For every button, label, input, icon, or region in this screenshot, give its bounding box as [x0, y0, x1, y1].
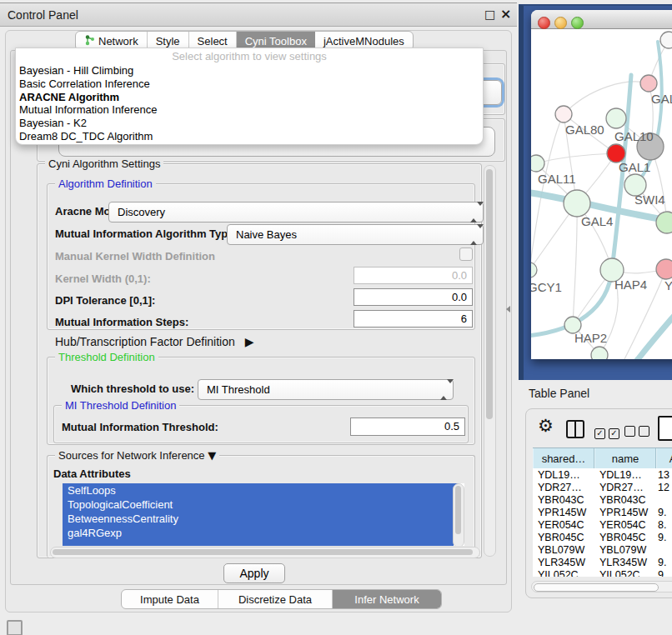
node[interactable] — [555, 106, 572, 122]
window-minimize-icon[interactable] — [554, 17, 567, 29]
node[interactable] — [656, 259, 672, 279]
node[interactable] — [640, 75, 657, 92]
data-attributes-list[interactable]: SelfLoopsTopologicalCoefficientBetweenne… — [63, 483, 464, 546]
mi-type-label: Mutual Information Algorithm Type: — [55, 228, 238, 240]
cyni-settings-title: Cyni Algorithm Settings — [45, 158, 163, 170]
data-attribute-item[interactable]: gal4RGexp — [63, 526, 459, 540]
node[interactable] — [564, 190, 590, 217]
docked-panel-icon[interactable] — [7, 620, 23, 635]
settings-hscrollbar-thumb[interactable] — [53, 549, 473, 555]
which-threshold-label: Which threshold to use: — [71, 382, 194, 395]
which-threshold-select[interactable]: MI Threshold — [198, 379, 454, 400]
kernel-width-field[interactable]: 0.0 — [354, 267, 473, 284]
tab-impute-data[interactable]: Impute Data — [122, 590, 218, 608]
manual-kernel-checkbox[interactable] — [459, 248, 473, 261]
network-window[interactable]: GALGAL80GAL10GAL1GAL11SWI4GAL4GCY1HAP4YH… — [531, 10, 672, 359]
algorithm-option[interactable]: Bayesian - K2 — [16, 117, 483, 130]
data-attribute-item[interactable]: SelfLoops — [63, 483, 459, 498]
node[interactable] — [531, 155, 544, 172]
tab-jactivemnodules-label: jActiveMNodules — [323, 35, 404, 48]
algorithm-option[interactable]: Bayesian - Hill Climbing — [16, 64, 483, 78]
network-canvas[interactable]: GALGAL80GAL10GAL1GAL11SWI4GAL4GCY1HAP4YH… — [531, 29, 672, 359]
table-cell: YIL052C — [594, 569, 656, 578]
tab-infer-network[interactable]: Infer Network — [333, 590, 441, 608]
node-label: GAL80 — [565, 122, 604, 137]
window-close-icon[interactable] — [538, 17, 550, 29]
table-row[interactable]: YIL052CYIL052C9. — [533, 568, 672, 577]
table-horizontal-scrollbar[interactable] — [531, 581, 672, 592]
apply-button[interactable]: Apply — [223, 563, 285, 583]
algorithm-dropdown-list: Bayesian - Hill ClimbingBasic Correlatio… — [16, 64, 483, 143]
algorithm-dropdown-prompt: Select algorithm to view settings — [16, 48, 483, 64]
mi-threshold-field[interactable]: 0.5 — [350, 418, 465, 436]
settings-vertical-scrollbar[interactable] — [484, 165, 496, 557]
network-graph[interactable]: GALGAL80GAL10GAL1GAL11SWI4GAL4GCY1HAP4YH… — [531, 29, 672, 359]
node-label: GAL1 — [619, 160, 650, 174]
node[interactable] — [656, 212, 672, 233]
aracne-mode-select[interactable]: Discovery — [108, 202, 484, 222]
table-row[interactable]: YDR27…YDR27…12 — [533, 481, 672, 493]
table-cell: YBR045C — [594, 532, 656, 543]
column-header-partial[interactable]: A — [656, 448, 672, 468]
algorithm-option[interactable]: Mutual Information Inference — [16, 103, 483, 117]
algorithm-option[interactable]: ARACNE Algorithm — [16, 91, 483, 104]
deselect-all-icon[interactable] — [624, 426, 653, 439]
float-window-icon[interactable]: □ — [484, 8, 495, 21]
table-cell: 9. — [656, 557, 672, 568]
node-label: HAP2 — [574, 331, 607, 345]
tab-discretize-data[interactable]: Discretize Data — [218, 590, 333, 608]
close-icon[interactable]: × — [500, 6, 511, 22]
table-row[interactable]: YPR145WYPR145W9. — [533, 506, 672, 518]
node-label: GCY1 — [531, 280, 562, 294]
network-view-panel[interactable]: GALGAL80GAL10GAL1GAL11SWI4GAL4GCY1HAP4YH… — [519, 4, 672, 380]
mi-steps-label: Mutual Information Steps: — [55, 316, 188, 328]
sources-title[interactable]: Sources for Network Inference ▼ — [55, 449, 219, 462]
table-row[interactable]: YBR043CYBR043C — [533, 493, 672, 506]
attributes-scrollbar[interactable] — [453, 483, 464, 546]
select-all-icon[interactable]: ✓✓ — [594, 426, 623, 439]
node-label: GAL10 — [614, 129, 654, 143]
node[interactable] — [660, 32, 672, 48]
stepper-icon — [440, 383, 449, 396]
dpi-tolerance-label: DPI Tolerance [0,1]: — [55, 294, 155, 307]
node[interactable] — [531, 262, 537, 278]
table-cell: YBR043C — [533, 494, 594, 506]
unchecked-box-icon — [639, 426, 649, 437]
mi-threshold-group-title: MI Threshold Definition — [62, 399, 179, 412]
hub-definition-toggle[interactable]: Hub/Transcription Factor Definition ▶ — [55, 335, 253, 348]
network-tab-icon — [84, 34, 95, 48]
table-row[interactable]: YLR345WYLR345W9. — [533, 556, 672, 568]
column-header-shared[interactable]: shared… — [533, 448, 594, 468]
window-zoom-icon[interactable] — [571, 17, 584, 29]
table-body[interactable]: YDL19…YDL19…13YDR27…YDR27…12YBR043CYBR04… — [533, 468, 672, 577]
attributes-scrollbar-thumb[interactable] — [455, 486, 461, 534]
settings-scrollbar-thumb[interactable] — [486, 169, 493, 419]
network-window-titlebar[interactable] — [531, 10, 672, 29]
columns-icon[interactable] — [566, 420, 584, 438]
table-row[interactable]: YER054CYER054C8. — [533, 518, 672, 531]
table-cell: YBR045C — [533, 532, 594, 543]
data-attribute-item[interactable]: BetweennessCentrality — [63, 512, 459, 526]
settings-horizontal-scrollbar[interactable] — [50, 547, 480, 558]
algorithm-option[interactable]: Basic Correlation Inference — [16, 78, 483, 91]
algorithm-option[interactable]: Dream8 DC_TDC Algorithm — [16, 130, 483, 143]
data-attribute-item[interactable]: TopologicalCoefficient — [63, 498, 459, 512]
table-hscrollbar-thumb[interactable] — [534, 583, 659, 592]
node[interactable] — [591, 347, 608, 359]
gear-icon[interactable]: ⚙ — [538, 416, 554, 436]
table-row[interactable]: YBL079WYBL079W — [533, 543, 672, 556]
dpi-tolerance-field[interactable]: 0.0 — [354, 288, 473, 306]
table-cell: YLR345W — [594, 557, 656, 568]
table-cell: 9. — [656, 532, 672, 543]
cyni-bottom-tabs: Impute Data Discretize Data Infer Networ… — [121, 589, 442, 609]
panel-splitter-arrow[interactable] — [506, 306, 510, 312]
table-row[interactable]: YBR045CYBR045C9. — [533, 531, 672, 543]
expand-right-icon: ▶ — [245, 335, 254, 348]
node[interactable] — [606, 108, 626, 128]
sources-title-label: Sources for Network Inference — [58, 449, 205, 462]
import-table-icon[interactable] — [658, 416, 672, 441]
table-row[interactable]: YDL19…YDL19…13 — [533, 468, 672, 481]
mi-steps-field[interactable]: 6 — [354, 310, 473, 328]
column-header-name[interactable]: name — [594, 448, 656, 468]
mi-type-select[interactable]: Naive Bayes — [227, 224, 484, 245]
